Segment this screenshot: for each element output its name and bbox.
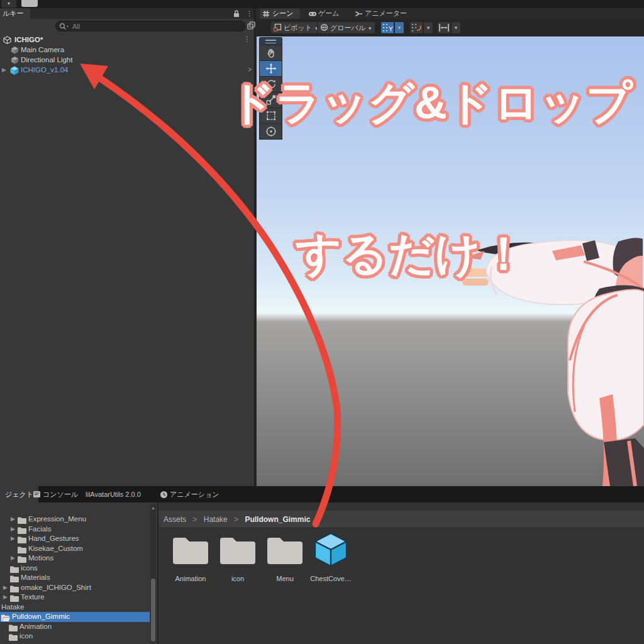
expander-icon[interactable]: ▶: [11, 553, 15, 564]
tab-animator[interactable]: アニメーター: [352, 8, 413, 19]
snap-increment-dropdown[interactable]: ▼: [424, 21, 433, 34]
snap-increment-button[interactable]: [409, 21, 423, 34]
expander-icon[interactable]: ▶: [2, 65, 6, 75]
hierarchy-menu-icon[interactable]: ⋮: [246, 9, 253, 18]
hierarchy-item-main-camera[interactable]: Main Camera: [0, 45, 255, 55]
folder-icon: [267, 536, 303, 564]
asset-icon-wrap: [167, 532, 214, 571]
animator-icon: [355, 10, 363, 18]
gamepad-icon: [308, 10, 317, 18]
hierarchy-scene-row[interactable]: ICHIGO* ⋮: [0, 35, 255, 45]
tree-item-hand_gestures[interactable]: ▶Hand_Gestures: [0, 534, 150, 544]
grid-icon: [262, 10, 270, 18]
tree-item-expression_menu[interactable]: ▶Expression_Menu: [0, 514, 150, 525]
grid-visibility-dropdown[interactable]: ▼: [395, 21, 404, 34]
tree-item-texture[interactable]: ▶Texture: [0, 592, 150, 602]
pivot-dropdown-button[interactable]: ピボット ▼: [270, 21, 322, 34]
expander-icon[interactable]: ▶: [11, 525, 15, 535]
asset-icon-wrap: [262, 532, 308, 571]
folder-icon: [173, 536, 208, 564]
tree-item-pulldown_gimmic[interactable]: Pulldown_Gimmic: [0, 612, 150, 622]
global-dropdown-button[interactable]: グローバル ▼: [317, 21, 375, 34]
asset-tile-animation[interactable]: Animation: [167, 532, 214, 589]
scroll-up-icon[interactable]: ▲: [151, 506, 155, 510]
asset-tile-icon[interactable]: icon: [214, 532, 261, 589]
grid-visibility-button[interactable]: Y: [380, 21, 394, 34]
tab-scene[interactable]: シーン: [260, 8, 300, 19]
open-folder-icon: [1, 614, 10, 621]
asset-tile-chestcove[interactable]: ChestCove…: [308, 532, 354, 589]
asset-label: icon: [211, 575, 265, 582]
folder-icon: [9, 625, 18, 631]
tool-hand-button[interactable]: [259, 45, 282, 61]
scene-asset-icon: [3, 36, 11, 44]
prefab-cube-icon: [313, 532, 348, 567]
scrollbar-thumb[interactable]: [151, 579, 155, 641]
project-body: ▶Expression_Menu▶Facials▶Hand_GesturesKi…: [0, 502, 644, 644]
tree-item-animation[interactable]: Animation: [0, 622, 150, 632]
tree-item-motions[interactable]: ▶Motions: [0, 553, 150, 564]
hierarchy-item-directional-light[interactable]: Directional Light: [0, 55, 255, 65]
tree-item-label: Texture: [21, 592, 45, 602]
hierarchy-tab-strip: ルキー ⋮: [0, 8, 254, 19]
scene-row-menu-icon[interactable]: ⋮: [243, 35, 250, 43]
tree-item-hatake[interactable]: Hatake: [0, 602, 150, 613]
hierarchy-search-input[interactable]: [55, 21, 246, 31]
tab-console[interactable]: コンソール: [38, 486, 83, 502]
scene-toolbar: ピボット ▼ グローバル ▼ Y ▼ ▼: [257, 19, 644, 36]
asset-tile-menu[interactable]: Menu: [262, 532, 308, 589]
overlay-drag-handle[interactable]: [259, 37, 282, 45]
snap-move-icon: [438, 22, 450, 33]
main-toolbar-strip: ▾: [0, 0, 644, 8]
asset-icon-wrap: [214, 532, 261, 571]
snap-settings-dropdown[interactable]: ▼: [452, 21, 461, 34]
tab-lilavatarutils[interactable]: lilAvatarUtils 2.0.0: [80, 486, 146, 502]
expander-icon[interactable]: ▶: [3, 592, 8, 602]
tree-item-label: omake_ICHIGO_Shirt: [21, 583, 91, 593]
breadcrumb-separator: >: [192, 515, 197, 524]
tab-game[interactable]: ゲーム: [306, 8, 346, 19]
breadcrumb-hatake[interactable]: Hatake: [204, 515, 228, 524]
expander-icon[interactable]: ▶: [11, 534, 15, 544]
tree-item-icon[interactable]: icon: [0, 631, 150, 641]
folder-icon: [18, 527, 26, 534]
tree-item-label: Pulldown_Gimmic: [12, 612, 70, 622]
scene-tab-strip: シーン ゲーム アニメーター: [257, 8, 644, 19]
breadcrumb-current[interactable]: Pulldown_Gimmic: [245, 515, 310, 524]
gameobject-cube-icon: [11, 46, 19, 54]
open-new-window-icon[interactable]: [247, 21, 255, 30]
annotation-line2: するだけ！: [296, 224, 526, 284]
toolbar-dropdown-button[interactable]: ▾: [1, 0, 16, 8]
tree-scrollbar[interactable]: ▲: [150, 504, 156, 643]
expander-icon[interactable]: ▶: [3, 583, 8, 593]
tree-item-materials[interactable]: Materials: [0, 573, 150, 583]
snap-grid-icon: [410, 22, 423, 33]
snap-settings-button[interactable]: [437, 21, 451, 34]
folder-icon: [10, 595, 19, 602]
tab-animation[interactable]: アニメーション: [165, 486, 225, 502]
tree-item-facials[interactable]: ▶Facials: [0, 525, 150, 535]
tree-item-icons[interactable]: icons: [0, 564, 150, 574]
pivot-icon: [274, 23, 282, 31]
folder-icon: [18, 536, 26, 543]
tree-item-label: icons: [21, 564, 38, 574]
tree-item-label: Materials: [21, 573, 50, 583]
breadcrumb-assets[interactable]: Assets: [164, 515, 186, 524]
folder-icon: [10, 566, 19, 573]
tree-item-label: icon: [19, 631, 33, 641]
globe-icon: [320, 23, 328, 31]
prefab-cube-icon: [10, 66, 19, 75]
toolbar-button[interactable]: [21, 0, 38, 7]
folder-icon: [18, 517, 26, 524]
tree-item-label: Hand_Gestures: [28, 534, 79, 544]
tab-hierarchy[interactable]: ルキー: [0, 8, 30, 19]
folder-icon: [10, 586, 19, 592]
hierarchy-item-prefab[interactable]: ▶ ICHIGO_v1.04 >: [0, 65, 255, 75]
toolbar-separator: [376, 23, 377, 32]
expander-icon[interactable]: ▶: [11, 514, 15, 525]
tree-item-kisekae_custom[interactable]: Kisekae_Custom: [0, 544, 150, 554]
tree-item-omake_ichigo_shirt[interactable]: ▶omake_ICHIGO_Shirt: [0, 583, 150, 593]
lock-icon[interactable]: [233, 9, 240, 18]
asset-icon-wrap: [308, 532, 354, 571]
folder-icon: [18, 547, 26, 553]
